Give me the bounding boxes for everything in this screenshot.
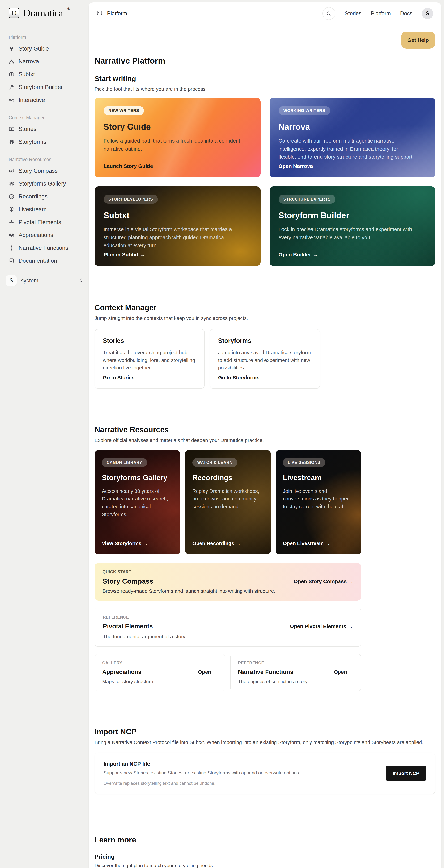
open-narrative-functions-link[interactable]: Open → — [334, 669, 354, 675]
open-livestream-link[interactable]: Open Livestream → — [283, 540, 330, 546]
sidebar-item-stories[interactable]: Stories — [0, 123, 89, 135]
page-title: Narrative Platform — [95, 56, 165, 69]
import-card-warning: Overwrite replaces storytelling text and… — [104, 781, 379, 786]
open-pivotal-elements-link[interactable]: Open Pivotal Elements → — [290, 623, 353, 629]
import-ncp-button[interactable]: Import NCP — [386, 766, 426, 781]
card-description: The engines of conflict in a story — [238, 679, 354, 684]
recordings-card[interactable]: WATCH & LEARN Recordings Replay Dramatic… — [185, 450, 271, 554]
nav-link-stories[interactable]: Stories — [345, 10, 361, 17]
context-manager-section: Context Manager Jump straight into the c… — [95, 303, 435, 389]
book-open-icon — [9, 126, 14, 132]
card-description: Co-create with our freeform multi-agenti… — [278, 137, 416, 161]
hammer-icon — [9, 84, 14, 90]
nav-link-platform[interactable]: Platform — [371, 10, 391, 17]
import-ncp-subtitle: Bring a Narrative Context Protocol file … — [95, 740, 435, 745]
livestream-card[interactable]: LIVE SESSIONS Livestream Join live event… — [276, 450, 361, 554]
panel-toggle-icon[interactable] — [97, 10, 103, 17]
go-to-storyforms-link[interactable]: Go to Storyforms — [218, 375, 259, 380]
open-story-compass-link[interactable]: Open Story Compass → — [294, 579, 353, 584]
card-description: Lock in precise Dramatica storyforms and… — [278, 225, 416, 242]
sidebar-item-documentation[interactable]: Documentation — [0, 254, 89, 267]
open-appreciations-link[interactable]: Open → — [198, 669, 218, 675]
sidebar-item-pivotal-elements[interactable]: Pivotal Elements — [0, 216, 89, 229]
audience-badge: STRUCTURE EXPERTS — [278, 195, 336, 204]
gallery-label: GALLERY — [102, 661, 218, 665]
main-panel: Platform Stories Platform Docs S Get Hel… — [89, 2, 441, 868]
sidebar: D Dramatica ® Platform Story Guide Narro… — [0, 0, 89, 868]
sidebar-item-subtxt[interactable]: Subtxt — [0, 68, 89, 81]
app-title: Dramatica — [23, 8, 63, 19]
subtxt-card[interactable]: STORY DEVELOPERS Subtxt Immerse in a vis… — [95, 186, 261, 266]
start-writing-heading: Start writing — [95, 75, 435, 83]
link-description: Discover the right plan to match your st… — [95, 863, 435, 868]
sidebar-item-storyform-builder[interactable]: Storyform Builder — [0, 81, 89, 94]
workspace-switcher[interactable]: S system — [6, 275, 84, 286]
storyforms-card[interactable]: Storyforms Jump into any saved Dramatica… — [210, 329, 320, 389]
story-compass-banner[interactable]: QUICK START Story Compass Open Story Com… — [95, 563, 361, 601]
sidebar-item-storyforms-gallery[interactable]: Storyforms Gallery — [0, 177, 89, 190]
banner-title: Story Compass — [103, 578, 153, 585]
pivotal-elements-banner[interactable]: REFERENCE Pivotal Elements Open Pivotal … — [95, 608, 361, 647]
plan-in-subtxt-link[interactable]: Plan in Subtxt → — [104, 252, 145, 258]
launch-story-guide-link[interactable]: Launch Story Guide → — [104, 163, 160, 169]
open-recordings-link[interactable]: Open Recordings → — [192, 540, 241, 546]
appreciations-card[interactable]: GALLERY Appreciations Open → Maps for st… — [95, 654, 226, 691]
card-description: Replay Dramatica workshops, breakdowns, … — [192, 487, 264, 511]
search-button[interactable] — [322, 7, 335, 20]
storyforms-gallery-card[interactable]: CANON LIBRARY Storyforms Gallery Access … — [95, 450, 180, 554]
quick-start-label: QUICK START — [103, 569, 353, 574]
get-help-button[interactable]: Get Help — [401, 32, 435, 49]
subtxt-icon — [9, 71, 14, 77]
stories-card[interactable]: Stories Treat it as the overarching proj… — [95, 329, 205, 389]
card-title: Narrative Functions — [238, 669, 293, 675]
go-to-stories-link[interactable]: Go to Stories — [103, 375, 134, 380]
dramatica-logo-icon: D — [9, 8, 20, 19]
chevron-updown-icon — [78, 278, 84, 283]
top-header: Platform Stories Platform Docs S — [89, 2, 441, 25]
section-label: Context Manager — [9, 115, 89, 121]
import-card-title: Import an NCP file — [104, 761, 379, 767]
target-icon — [9, 232, 14, 238]
sidebar-item-livestream[interactable]: Livestream — [0, 203, 89, 216]
branches-icon — [9, 59, 14, 64]
link-title: Pricing — [95, 853, 435, 860]
storyform-builder-card[interactable]: STRUCTURE EXPERTS Storyform Builder Lock… — [270, 186, 436, 266]
open-narrova-link[interactable]: Open Narrova → — [278, 163, 320, 169]
sidebar-item-interactive[interactable]: Interactive — [0, 94, 89, 106]
story-guide-card[interactable]: NEW WRITERS Story Guide Follow a guided … — [95, 98, 261, 178]
card-description: Access nearly 30 years of Dramatica narr… — [102, 487, 173, 519]
card-title: Narrova — [278, 122, 310, 132]
card-description: Join live events and conversations as th… — [283, 487, 354, 511]
open-builder-link[interactable]: Open Builder → — [278, 252, 318, 258]
play-circle-icon — [9, 194, 14, 199]
compass-icon — [9, 168, 14, 174]
workspace-name: system — [21, 277, 38, 284]
card-title: Livestream — [283, 473, 321, 483]
sidebar-item-storyforms[interactable]: Storyforms — [0, 135, 89, 148]
sidebar-item-recordings[interactable]: Recordings — [0, 190, 89, 203]
narrova-card[interactable]: WORKING WRITERS Narrova Co-create with o… — [270, 98, 436, 178]
card-description: Maps for story structure — [102, 679, 218, 684]
context-manager-heading: Context Manager — [95, 303, 435, 312]
sidebar-item-narrative-functions[interactable]: Narrative Functions — [0, 242, 89, 254]
app-logo[interactable]: D Dramatica ® — [0, 8, 89, 19]
category-badge: LIVE SESSIONS — [283, 458, 325, 467]
sidebar-item-story-guide[interactable]: Story Guide — [0, 42, 89, 55]
banner-description: The fundamental argument of a story — [103, 634, 353, 640]
pricing-link-item[interactable]: Pricing Discover the right plan to match… — [95, 853, 435, 868]
user-avatar[interactable]: S — [422, 8, 433, 19]
import-ncp-card: Import an NCP file Supports new Stories,… — [95, 752, 435, 794]
audience-badge: WORKING WRITERS — [278, 106, 330, 115]
sidebar-item-story-compass[interactable]: Story Compass — [0, 164, 89, 177]
reference-label: REFERENCE — [103, 615, 353, 620]
narrative-functions-card[interactable]: REFERENCE Narrative Functions Open → The… — [230, 654, 361, 691]
sidebar-item-appreciations[interactable]: Appreciations — [0, 229, 89, 242]
workspace-avatar: S — [6, 275, 16, 286]
narrative-resources-subtitle: Explore official analyses and materials … — [95, 437, 361, 443]
view-storyforms-link[interactable]: View Storyforms → — [102, 540, 148, 546]
card-description: Treat it as the overarching project hub … — [103, 349, 197, 372]
document-icon — [9, 258, 14, 264]
sidebar-item-narrova[interactable]: Narrova — [0, 55, 89, 68]
card-title: Subtxt — [104, 211, 129, 220]
nav-link-docs[interactable]: Docs — [400, 10, 412, 17]
